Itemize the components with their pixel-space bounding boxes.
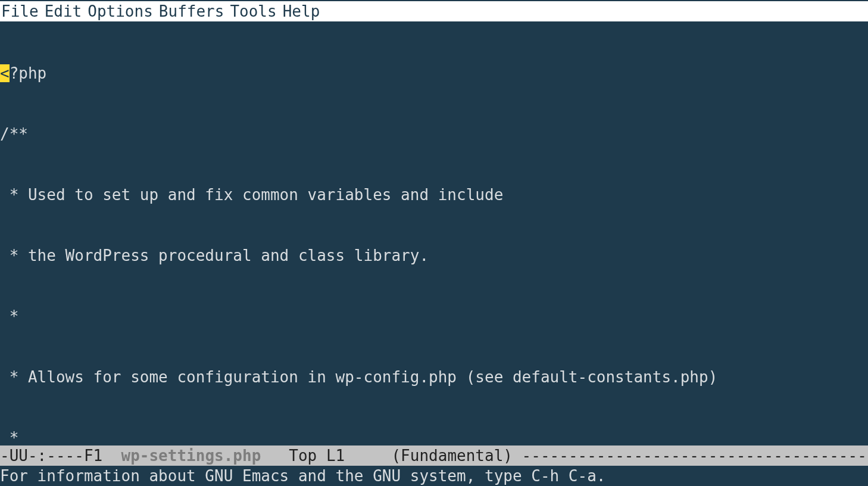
code-line[interactable]: *	[0, 428, 868, 446]
code-line[interactable]: <?php	[0, 63, 868, 83]
mode-line[interactable]: -UU-:----F1 wp-settings.php Top L1 (Fund…	[0, 446, 868, 466]
code-line[interactable]: * the WordPress procedural and class lib…	[0, 245, 868, 266]
modeline-buffer-name: wp-settings.php	[121, 447, 261, 465]
modeline-status: -UU-:----F1	[0, 447, 121, 465]
cursor: <	[0, 64, 10, 82]
code-line[interactable]: * Used to set up and fix common variable…	[0, 185, 868, 205]
code-text: ?php	[10, 64, 47, 82]
menu-tools[interactable]: Tools	[230, 1, 282, 21]
menu-buffers[interactable]: Buffers	[159, 1, 230, 21]
menu-help[interactable]: Help	[283, 1, 326, 21]
menu-options[interactable]: Options	[88, 1, 159, 21]
code-line[interactable]: * Allows for some configuration in wp-co…	[0, 367, 868, 387]
menu-edit[interactable]: Edit	[45, 1, 88, 21]
menu-file[interactable]: File	[1, 1, 45, 21]
modeline-dashes: ----------------------------------------	[522, 447, 868, 465]
code-line[interactable]: /**	[0, 124, 868, 144]
modeline-position: Top L1 (Fundamental)	[261, 447, 522, 465]
code-line[interactable]: *	[0, 306, 868, 326]
editor-area[interactable]: <?php /** * Used to set up and fix commo…	[0, 23, 868, 446]
minibuffer[interactable]: For information about GNU Emacs and the …	[0, 466, 868, 486]
menu-bar: File Edit Options Buffers Tools Help	[0, 0, 868, 23]
